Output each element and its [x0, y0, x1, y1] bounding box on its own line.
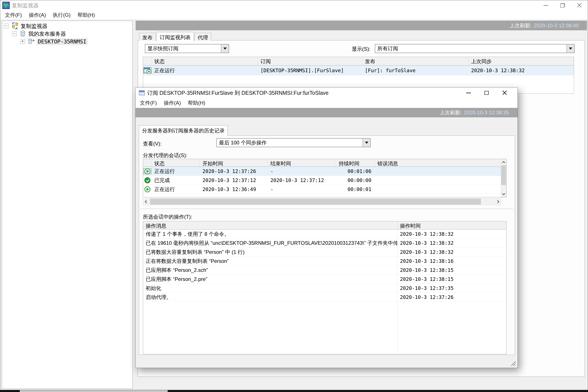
dialog-close-button[interactable] [496, 88, 514, 98]
collapse-icon[interactable]: − [12, 32, 17, 36]
column-header-error-message[interactable]: 错误消息 [375, 159, 501, 166]
menu-item[interactable]: 帮助(H) [74, 12, 98, 18]
desktop: 复制监视器 文件(F)操作(A)执行(G)帮助(H) − [0, 0, 588, 392]
tree-label: DESKTOP-35RNMSI [36, 38, 88, 45]
action-time: 2020-10-3 12:37:35 [397, 286, 506, 291]
chevron-down-icon[interactable] [362, 138, 370, 147]
menu-item[interactable]: 帮助(H) [184, 100, 209, 106]
session-status-icon-cell[interactable] [143, 168, 152, 174]
refresh-label: 上次刷新: [510, 22, 532, 29]
scroll-right-arrow[interactable] [494, 198, 501, 205]
session-duration: 00:00:01 [336, 186, 375, 192]
action-row[interactable]: 启动代理。 2020-10-3 12:37:26 [143, 293, 506, 302]
taskbar-segment [20, 390, 168, 392]
restore-icon [560, 3, 565, 8]
subscriptions-rows: 正在运行 [DESKTOP-35RNMSI].[FurSlave] [Fur]:… [143, 66, 574, 76]
session-status-icon-cell[interactable] [143, 186, 152, 192]
action-row[interactable]: 传递了 1 个事务，使用了 8 个命令。 2020-10-3 12:38:32 [143, 230, 506, 238]
session-status-icon [144, 168, 150, 174]
chevron-down-icon[interactable] [566, 44, 574, 53]
action-row[interactable]: 正在将数据大容量复制到表 “Person” 2020-10-3 12:38:16 [143, 256, 506, 266]
scrollbar-thumb[interactable] [150, 198, 481, 204]
column-header-subscription[interactable]: 订阅 [258, 57, 362, 65]
session-end-time: - [268, 186, 336, 192]
view-sync-operations-dropdown[interactable]: 最后 100 个同步操作 [216, 138, 371, 147]
refresh-status-bar: 上次刷新: 2020-10-3 12:38:40 [136, 21, 587, 30]
dialog-menubar: 文件(F)操作(A)帮助(H) [136, 98, 518, 108]
subscription-status-icon-cell[interactable] [143, 67, 152, 74]
expand-icon[interactable]: + [20, 39, 25, 44]
tab-publications[interactable]: 发布 [139, 33, 156, 40]
close-icon [577, 3, 582, 8]
column-header-status[interactable]: 状态 [152, 57, 258, 65]
session-row[interactable]: 正在运行 2020-10-3 12:36:49 - 00:00:01 [143, 185, 501, 194]
minimize-button[interactable] [538, 0, 554, 10]
action-row[interactable]: 已将数据大容量复制到表 “Person” 中 (1 行) 2020-10-3 1… [143, 248, 506, 256]
tree-label: 我的发布服务器 [28, 30, 66, 38]
column-header-last-sync[interactable]: 上次同步 [468, 57, 574, 65]
tree-item-my-publishers[interactable]: − 我的发布服务器 [12, 30, 66, 38]
session-row[interactable]: 正在运行 2020-10-3 12:37:26 - 00:01:06 [143, 167, 501, 176]
menu-item[interactable]: 文件(F) [136, 100, 160, 106]
session-status: 正在运行 [152, 186, 200, 193]
action-time: 2020-10-3 12:38:16 [397, 258, 506, 264]
tab-subscription-watch-list[interactable]: 订阅监视列表 [156, 32, 194, 41]
resize-grip[interactable] [510, 360, 516, 366]
scroll-up-arrow[interactable] [501, 159, 506, 165]
column-header-end-time[interactable]: 结束时间 [268, 159, 336, 166]
column-header-action-time[interactable]: 操作时间 [397, 221, 506, 229]
show-subscriptions-dropdown[interactable]: 所有订阅 [375, 44, 575, 53]
action-message: 已将数据大容量复制到表 “Person” 中 (1 行) [143, 249, 397, 256]
dialog-refresh-bar: 上次刷新: 2020-10-3 12:38:35 [136, 108, 518, 117]
snapshot-filter-dropdown[interactable]: 显示快照订阅 [145, 44, 229, 53]
column-header-publication[interactable]: 发布 [362, 57, 468, 65]
action-row[interactable]: 初始化 2020-10-3 12:37:35 [143, 284, 506, 293]
action-time: 2020-10-3 12:38:32 [397, 249, 506, 255]
column-header-action-message[interactable]: 操作消息 [143, 221, 397, 229]
dialog-maximize-button[interactable] [478, 88, 496, 98]
history-panel: 查看(V): 最后 100 个同步操作 分发代理的会话(S): 状态 开始时间 … [139, 136, 515, 355]
tab-agents[interactable]: 代理 [194, 33, 211, 40]
column-header-duration[interactable]: 持续时间 [336, 159, 375, 166]
menu-item[interactable]: 文件(F) [2, 12, 25, 18]
close-button[interactable] [571, 0, 588, 10]
scroll-left-arrow[interactable] [143, 198, 150, 205]
action-row[interactable]: 已应用脚本 “Person_2.sch” 2020-10-3 12:38:15 [143, 266, 506, 275]
action-row[interactable]: 已应用脚本 “Person_2.pre” 2020-10-3 12:38:15 [143, 275, 506, 284]
collapse-icon[interactable]: − [4, 24, 8, 28]
tree-item-desktop-35rnmsi[interactable]: + DESKTOP-35RNMSI [20, 38, 88, 45]
scroll-down-arrow[interactable] [501, 191, 506, 197]
column-header-start-time[interactable]: 开始时间 [200, 159, 268, 166]
dialog-minimize-button[interactable] [460, 88, 478, 98]
column-header-icon[interactable] [143, 57, 152, 65]
action-time: 2020-10-3 12:38:15 [397, 267, 506, 273]
dialog-titlebar: 订阅 DESKTOP-35RNMSI:FurSlave 到 DESKTOP-35… [136, 88, 518, 98]
restore-button[interactable] [554, 0, 571, 10]
action-message: 正在将数据大容量复制到表 “Person” [143, 258, 397, 264]
action-message: 已应用脚本 “Person_2.pre” [143, 276, 397, 282]
session-start-time: 2020-10-3 12:37:12 [200, 178, 268, 183]
sessions-horizontal-scrollbar[interactable] [143, 198, 501, 205]
menu-item[interactable]: 操作(A) [160, 100, 184, 106]
snapshot-filter-value: 显示快照订阅 [145, 44, 221, 53]
subscription-row[interactable]: 正在运行 [DESKTOP-35RNMSI].[FurSlave] [Fur]:… [143, 66, 574, 76]
session-row[interactable]: 已完成 2020-10-3 12:37:12 2020-10-3 12:37:1… [143, 176, 501, 185]
sessions-rows: 正在运行 2020-10-3 12:37:26 - 00:01:06 已完成 [143, 167, 501, 194]
tab-distributor-to-subscriber-history[interactable]: 分发服务器到订阅服务器的历史记录 [139, 125, 228, 136]
action-time: 2020-10-3 12:38:15 [397, 276, 506, 282]
tree-item-replication-monitor[interactable]: − 复制监视器 [4, 22, 48, 30]
publication-name: [Fur]: furToSlave [362, 68, 468, 73]
chevron-down-icon[interactable] [221, 44, 229, 53]
action-time: 2020-10-3 12:38:32 [397, 240, 506, 246]
column-header-icon[interactable] [143, 159, 152, 166]
minimize-icon [466, 93, 471, 93]
action-message: 传递了 1 个事务，使用了 8 个命令。 [143, 230, 397, 238]
session-status-icon-cell[interactable] [143, 177, 152, 183]
action-row[interactable]: 已在 19610 毫秒内将快照从 “unc\DESKTOP-35RNMSI_FU… [143, 238, 506, 248]
sessions-vertical-scrollbar[interactable] [501, 159, 506, 197]
scrollbar-thumb[interactable] [501, 165, 506, 185]
menu-item[interactable]: 执行(G) [50, 12, 74, 18]
menu-item[interactable]: 操作(A) [25, 12, 50, 18]
column-header-status[interactable]: 状态 [152, 159, 200, 166]
subscriptions-table-header: 状态 订阅 发布 上次同步 [143, 57, 574, 66]
